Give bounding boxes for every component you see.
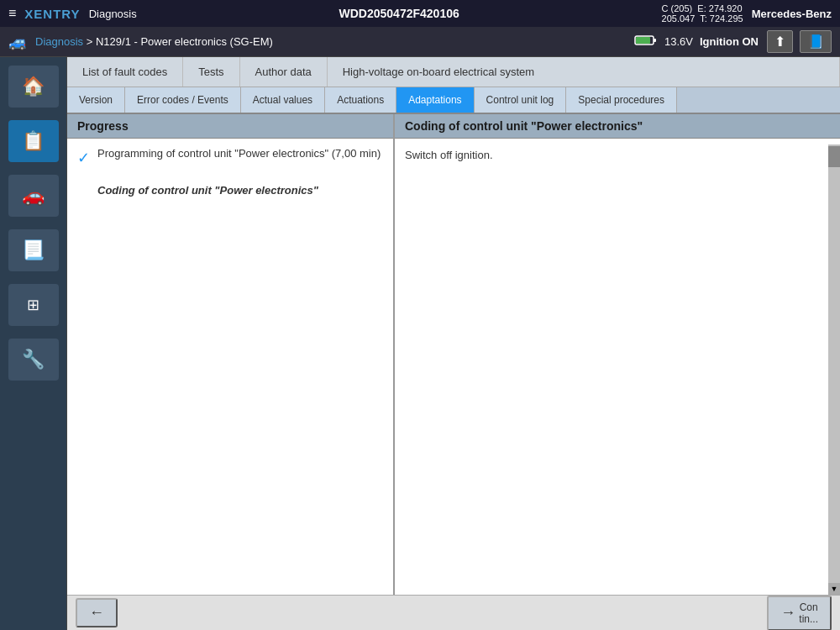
vehicle-icon: 🚗 bbox=[22, 185, 45, 207]
inner-panels: Progress ✓ Programming of control unit "… bbox=[67, 114, 840, 595]
bottom-bar: ← → Con tin... bbox=[67, 595, 840, 630]
tab-error-codes[interactable]: Error codes / Events bbox=[125, 87, 241, 113]
tabs-sub: Version Error codes / Events Actual valu… bbox=[67, 87, 840, 114]
menu-icon[interactable]: ≡ bbox=[8, 6, 16, 21]
book-icon[interactable]: 📘 bbox=[800, 30, 832, 53]
sidebar: 🏠 📋 🚗 📃 ⊞ 🔧 bbox=[0, 57, 67, 630]
tab-hv-system[interactable]: High-voltage on-board electrical system bbox=[328, 57, 840, 87]
right-panel-content: Switch off ignition. bbox=[395, 139, 840, 595]
sidebar-item-home[interactable]: 🏠 bbox=[8, 66, 59, 108]
back-icon: ← bbox=[89, 604, 104, 622]
breadcrumb-diag[interactable]: Diagnosis bbox=[35, 35, 83, 48]
continue-label: Con tin... bbox=[799, 601, 818, 625]
car-icon: 🚙 bbox=[8, 33, 27, 51]
left-panel-content: ✓ Programming of control unit "Power ele… bbox=[67, 139, 393, 595]
home-icon: 🏠 bbox=[22, 76, 45, 97]
tab-version[interactable]: Version bbox=[67, 87, 125, 113]
tools-icon: 🔧 bbox=[22, 349, 45, 370]
list-icon: 📃 bbox=[22, 239, 45, 261]
brand-label: XENTRY bbox=[24, 7, 80, 21]
sidebar-item-diagnosis[interactable]: 📋 bbox=[8, 120, 59, 162]
sidebar-item-vehicle[interactable]: 🚗 bbox=[8, 175, 59, 217]
svg-rect-2 bbox=[636, 37, 650, 44]
progress-text-1: Programming of control unit "Power elect… bbox=[97, 147, 381, 160]
breadcrumb: Diagnosis > N129/1 - Power electronics (… bbox=[35, 35, 273, 48]
tab-adaptations[interactable]: Adaptations bbox=[396, 87, 474, 113]
ignition-status: Ignition ON bbox=[700, 35, 759, 48]
sidebar-item-grid[interactable]: ⊞ bbox=[8, 284, 59, 326]
left-panel-header: Progress bbox=[67, 114, 393, 139]
diag-label: Diagnosis bbox=[89, 8, 137, 20]
diagnosis-icon: 📋 bbox=[22, 130, 45, 152]
tab-actual-values[interactable]: Actual values bbox=[241, 87, 325, 113]
checkmark-icon-1: ✓ bbox=[77, 149, 91, 167]
scrollbar-thumb[interactable] bbox=[828, 146, 840, 167]
progress-item-1: ✓ Programming of control unit "Power ele… bbox=[77, 147, 383, 167]
vin-display: WDD2050472F420106 bbox=[145, 7, 654, 20]
continue-icon: → bbox=[780, 604, 795, 622]
continue-button[interactable]: → Con tin... bbox=[767, 596, 832, 631]
tab-actuations[interactable]: Actuations bbox=[325, 87, 396, 113]
sidebar-item-tools[interactable]: 🔧 bbox=[8, 339, 59, 381]
left-panel: Progress ✓ Programming of control unit "… bbox=[67, 114, 395, 595]
tab-control-unit-log[interactable]: Control unit log bbox=[475, 87, 567, 113]
mb-brand: Mercedes-Benz bbox=[752, 8, 832, 20]
tab-author-data[interactable]: Author data bbox=[240, 57, 328, 87]
back-button[interactable]: ← bbox=[76, 598, 118, 627]
breadcrumb-page: N129/1 - Power electronics (SG-EM) bbox=[96, 35, 273, 48]
coords-display: C (205) E: 274.920 205.047 T: 724.295 bbox=[662, 3, 743, 24]
progress-text-2: Coding of control unit "Power electronic… bbox=[97, 184, 318, 197]
right-panel-header: Coding of control unit "Power electronic… bbox=[395, 114, 840, 139]
tabs-top: List of fault codes Tests Author data Hi… bbox=[67, 57, 840, 87]
scrollbar-track[interactable]: ▼ bbox=[828, 144, 840, 595]
svg-rect-1 bbox=[654, 39, 656, 42]
tab-tests[interactable]: Tests bbox=[183, 57, 239, 87]
main-layout: 🏠 📋 🚗 📃 ⊞ 🔧 List of fault codes Tests bbox=[0, 57, 840, 630]
progress-item-2: ✓ Coding of control unit "Power electron… bbox=[77, 184, 383, 204]
tab-fault-codes[interactable]: List of fault codes bbox=[67, 57, 183, 87]
content-area: List of fault codes Tests Author data Hi… bbox=[67, 57, 840, 630]
topbar: ≡ XENTRY Diagnosis WDD2050472F420106 C (… bbox=[0, 0, 840, 27]
upload-icon[interactable]: ⬆ bbox=[767, 30, 793, 53]
breadcrumb-arrow: > bbox=[87, 35, 96, 48]
content-text: Switch off ignition. bbox=[405, 149, 823, 161]
right-panel: Coding of control unit "Power electronic… bbox=[395, 114, 840, 595]
grid-icon: ⊞ bbox=[27, 296, 39, 314]
tab-special-procedures[interactable]: Special procedures bbox=[566, 87, 677, 113]
statusbar: 🚙 Diagnosis > N129/1 - Power electronics… bbox=[0, 27, 840, 57]
scroll-down-arrow[interactable]: ▼ bbox=[828, 583, 840, 595]
sidebar-item-list[interactable]: 📃 bbox=[8, 229, 59, 271]
battery-voltage: 13.6V bbox=[664, 35, 693, 48]
battery-icon bbox=[634, 34, 658, 49]
